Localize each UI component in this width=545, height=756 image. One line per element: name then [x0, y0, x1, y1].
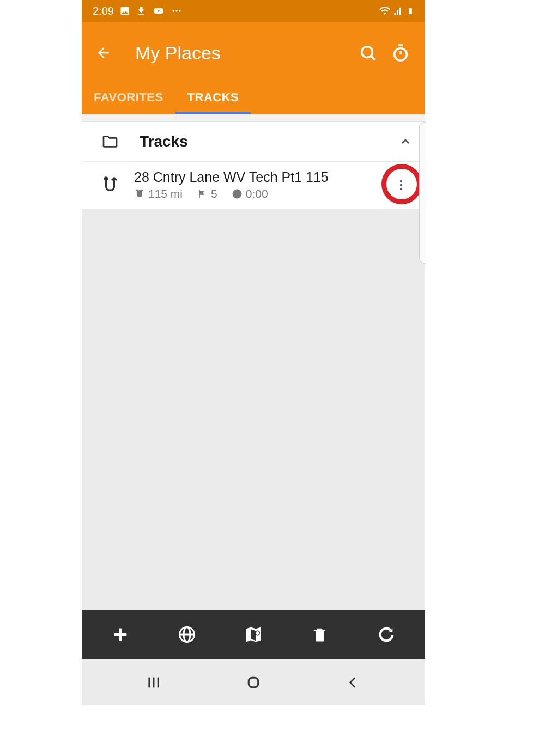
- nav-back-button[interactable]: [337, 666, 370, 699]
- collapse-button[interactable]: [399, 135, 412, 148]
- trash-icon: [312, 625, 328, 644]
- globe-icon: [177, 625, 197, 644]
- page-title: My Places: [135, 42, 349, 64]
- svg-point-8: [105, 177, 107, 180]
- search-button[interactable]: [354, 39, 382, 66]
- svg-point-3: [362, 47, 373, 58]
- more-button[interactable]: [390, 174, 412, 196]
- track-meta: 115 mi 5 0:00: [134, 187, 390, 200]
- svg-point-9: [137, 190, 138, 191]
- map-icon: [243, 625, 264, 644]
- recents-icon: [146, 675, 161, 690]
- tab-favorites[interactable]: FAVORITES: [82, 82, 175, 114]
- home-icon: [245, 674, 262, 691]
- track-title: 28 Cntry Lane WV Tech Pt1 115: [134, 169, 390, 185]
- svg-point-2: [179, 10, 180, 11]
- refresh-icon: [377, 625, 396, 644]
- track-row[interactable]: 28 Cntry Lane WV Tech Pt1 115 115 mi 5 0…: [82, 162, 425, 209]
- bottom-toolbar: [82, 610, 425, 659]
- tab-tracks[interactable]: TRACKS: [175, 82, 251, 114]
- wifi-icon: [379, 5, 390, 16]
- folder-icon: [100, 133, 120, 150]
- arrow-back-icon: [95, 45, 112, 61]
- content-area: Tracks 28 Cntry Lane WV Tech Pt1 115 115…: [82, 114, 425, 610]
- status-right: [379, 5, 414, 16]
- route-small-icon: [134, 188, 145, 199]
- folder-title: Tracks: [140, 133, 399, 150]
- chevron-left-icon: [346, 675, 360, 690]
- folder-row[interactable]: Tracks: [82, 122, 425, 161]
- add-button[interactable]: [106, 620, 135, 649]
- svg-line-4: [371, 56, 375, 60]
- system-nav-bar: [82, 659, 425, 705]
- track-distance: 115 mi: [148, 187, 183, 200]
- phone-screen: 2:09 My Places FAVORITES TR: [82, 0, 425, 705]
- svg-point-20: [256, 631, 259, 635]
- refresh-button[interactable]: [372, 620, 401, 649]
- map-button[interactable]: [239, 620, 268, 649]
- flag-icon: [197, 188, 208, 199]
- track-icon-wrap: [98, 175, 122, 195]
- back-button[interactable]: [93, 42, 114, 64]
- svg-rect-24: [249, 678, 258, 687]
- youtube-icon: [152, 5, 165, 16]
- status-left: 2:09: [93, 5, 183, 17]
- app-header: My Places FAVORITES TRACKS: [82, 22, 425, 114]
- svg-point-1: [175, 10, 177, 11]
- header-row: My Places: [82, 33, 425, 82]
- signal-icon: [393, 5, 403, 16]
- svg-point-13: [400, 187, 402, 190]
- delete-button[interactable]: [305, 620, 335, 649]
- status-time: 2:09: [93, 5, 114, 17]
- timer-button[interactable]: [387, 39, 414, 66]
- track-duration: 0:00: [246, 187, 268, 200]
- download-icon: [136, 5, 147, 16]
- recents-button[interactable]: [137, 666, 170, 699]
- clock-icon: [232, 188, 243, 199]
- plus-icon: [111, 625, 130, 644]
- more-vertical-icon: [395, 178, 408, 193]
- svg-point-12: [400, 184, 402, 186]
- spacer: [82, 114, 425, 122]
- stopwatch-icon: [391, 44, 410, 62]
- svg-point-0: [172, 10, 174, 11]
- battery-icon: [407, 5, 414, 16]
- route-icon: [100, 175, 120, 195]
- globe-button[interactable]: [172, 620, 202, 649]
- svg-point-11: [400, 180, 402, 182]
- home-button[interactable]: [237, 666, 270, 699]
- more-horizontal-icon: [171, 5, 183, 16]
- track-waypoints: 5: [211, 187, 217, 200]
- folder-icon-wrap: [98, 133, 122, 150]
- search-icon: [359, 44, 377, 62]
- image-icon: [119, 5, 130, 16]
- tabs: FAVORITES TRACKS: [82, 82, 425, 114]
- track-info: 28 Cntry Lane WV Tech Pt1 115 115 mi 5 0…: [134, 169, 390, 200]
- scrollbar[interactable]: [419, 122, 426, 264]
- status-bar: 2:09: [82, 0, 425, 22]
- chevron-up-icon: [399, 135, 412, 148]
